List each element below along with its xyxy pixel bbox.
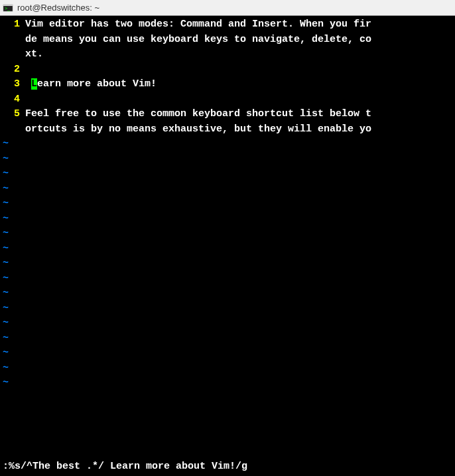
terminal-icon: >_ <box>3 3 13 13</box>
empty-line-tilde: ~ <box>0 152 455 167</box>
line-number: 4 <box>0 92 25 108</box>
empty-line-tilde: ~ <box>0 361 455 376</box>
window-title: root@Redswitches: ~ <box>17 3 99 13</box>
empty-line-tilde: ~ <box>0 182 455 197</box>
vim-editor-area[interactable]: 1Vim editor has two modes: Command and I… <box>0 16 455 461</box>
line-content: ortcuts is by no means exhaustive, but t… <box>25 122 455 137</box>
line-number <box>0 47 25 62</box>
empty-line-tilde: ~ <box>0 331 455 347</box>
empty-line-tilde: ~ <box>0 197 455 212</box>
editor-line[interactable]: 2 <box>0 62 455 78</box>
editor-line[interactable]: 5Feel free to use the common keyboard sh… <box>0 107 455 122</box>
editor-line[interactable]: ortcuts is by no means exhaustive, but t… <box>0 122 455 137</box>
editor-line[interactable]: 1Vim editor has two modes: Command and I… <box>0 17 455 33</box>
editor-line[interactable]: 4 <box>0 92 455 108</box>
line-number <box>0 33 25 48</box>
line-number: 5 <box>0 107 25 122</box>
line-content: xt. <box>25 47 455 62</box>
line-content <box>25 92 455 108</box>
editor-line[interactable]: xt. <box>0 47 455 62</box>
editor-line[interactable]: de means you can use keyboard keys to na… <box>0 33 455 48</box>
vim-command-line[interactable]: :%s/^The best .*/ Learn more about Vim!/… <box>0 461 455 476</box>
empty-line-tilde: ~ <box>0 242 455 257</box>
line-content: Feel free to use the common keyboard sho… <box>25 107 455 122</box>
empty-line-tilde: ~ <box>0 301 455 317</box>
line-number: 2 <box>0 62 25 78</box>
empty-line-tilde: ~ <box>0 316 455 331</box>
empty-line-tilde: ~ <box>0 376 455 391</box>
line-content: Learn more about Vim! <box>25 77 455 92</box>
empty-line-tilde: ~ <box>0 167 455 182</box>
line-content: de means you can use keyboard keys to na… <box>25 33 455 48</box>
empty-line-tilde: ~ <box>0 286 455 301</box>
empty-line-tilde: ~ <box>0 256 455 272</box>
editor-line[interactable]: 3 Learn more about Vim! <box>0 77 455 92</box>
empty-line-tilde: ~ <box>0 137 455 152</box>
window-title-bar: >_ root@Redswitches: ~ <box>0 0 455 16</box>
empty-line-tilde: ~ <box>0 346 455 361</box>
empty-line-tilde: ~ <box>0 212 455 227</box>
line-number: 3 <box>0 77 25 92</box>
line-content <box>25 62 455 78</box>
line-content: Vim editor has two modes: Command and In… <box>25 17 455 33</box>
cursor: L <box>31 78 37 90</box>
empty-line-tilde: ~ <box>0 272 455 287</box>
line-number <box>0 122 25 137</box>
empty-line-tilde: ~ <box>0 226 455 242</box>
svg-text:>_: >_ <box>5 6 10 11</box>
line-number: 1 <box>0 17 25 33</box>
